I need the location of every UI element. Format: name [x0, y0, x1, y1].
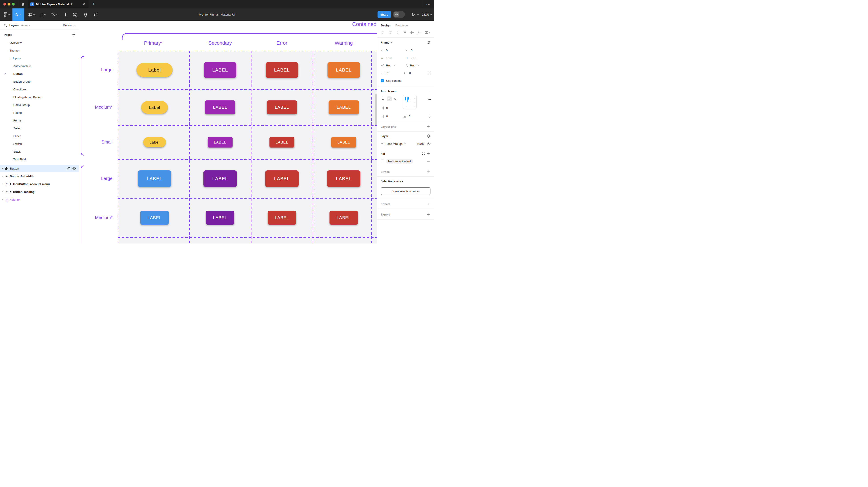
- width-field[interactable]: 4541: [386, 56, 393, 60]
- move-tool-button[interactable]: [12, 8, 24, 21]
- layer-row-button-loading[interactable]: # Button: loading: [0, 188, 79, 196]
- rotation-field[interactable]: 0°: [386, 71, 389, 75]
- page-item-floating-action-button[interactable]: Floating Action Button: [0, 93, 79, 101]
- shape-tool-button[interactable]: [37, 8, 48, 21]
- traffic-minimize-button[interactable]: [7, 3, 10, 5]
- button-contained-primary-large[interactable]: Label: [136, 63, 173, 77]
- comment-tool-button[interactable]: [91, 8, 100, 21]
- file-tab[interactable]: MUI for Figma - Material UI ✕: [28, 0, 89, 8]
- button-contained-secondary-medium[interactable]: LABEL: [205, 100, 235, 114]
- opacity-field[interactable]: 100%: [417, 142, 424, 145]
- add-effect-button[interactable]: [426, 201, 431, 206]
- page-item-button-group[interactable]: Button Group: [0, 78, 79, 86]
- layer-visibility-icon[interactable]: [427, 142, 431, 145]
- button-contained-warning-small[interactable]: LABEL: [331, 137, 356, 148]
- fill-color-swatch[interactable]: [381, 160, 384, 163]
- new-tab-button[interactable]: +: [91, 2, 96, 7]
- page-item-checkbox[interactable]: Checkbox: [0, 86, 79, 93]
- search-icon[interactable]: [4, 24, 7, 27]
- button-contained-secondary-small[interactable]: LABEL: [208, 137, 232, 148]
- align-top-icon[interactable]: [403, 31, 406, 34]
- dev-mode-toggle[interactable]: </>: [393, 11, 405, 18]
- button-contained-warning-medium[interactable]: LABEL: [329, 100, 359, 114]
- individual-padding-button[interactable]: [427, 114, 432, 119]
- page-item-autocomplete[interactable]: Autocomplete: [0, 62, 79, 70]
- page-item-text-field[interactable]: Text Field: [0, 156, 79, 163]
- button-bottom-secondary-medium[interactable]: LABEL: [206, 211, 234, 225]
- canvas-scrollbar[interactable]: [375, 94, 377, 125]
- add-layout-grid-button[interactable]: [426, 124, 431, 129]
- vertical-padding-field[interactable]: 0: [403, 115, 410, 118]
- hand-tool-button[interactable]: [81, 8, 90, 21]
- show-selection-colors-button[interactable]: Show selection colors: [381, 187, 430, 195]
- tab-layers[interactable]: Layers: [9, 24, 19, 27]
- pen-tool-button[interactable]: [49, 8, 60, 21]
- page-item-forms[interactable]: Forms: [0, 117, 79, 124]
- traffic-close-button[interactable]: [3, 3, 6, 5]
- tab-close-icon[interactable]: ✕: [82, 2, 86, 6]
- blend-mode-icon[interactable]: [427, 134, 431, 138]
- layout-horizontal-button[interactable]: [387, 96, 392, 101]
- button-bottom-secondary-large[interactable]: LABEL: [204, 170, 237, 187]
- button-contained-error-small[interactable]: LABEL: [270, 137, 294, 148]
- zoom-menu[interactable]: 181%: [422, 8, 432, 21]
- page-item-rating[interactable]: Rating: [0, 109, 79, 117]
- remove-fill-button[interactable]: [426, 159, 431, 164]
- page-item-select[interactable]: Select: [0, 124, 79, 132]
- page-item-switch[interactable]: Switch: [0, 140, 79, 148]
- add-page-icon[interactable]: [72, 33, 75, 36]
- add-stroke-button[interactable]: [426, 169, 431, 174]
- button-contained-secondary-large[interactable]: LABEL: [204, 62, 236, 78]
- button-contained-error-large[interactable]: LABEL: [266, 62, 298, 78]
- fill-styles-icon[interactable]: [421, 151, 426, 156]
- frame-tool-button[interactable]: [26, 8, 37, 21]
- page-item-stack[interactable]: Stack: [0, 148, 79, 156]
- layer-row-iconbutton-account-menu[interactable]: # IconButton: account menu: [0, 180, 79, 188]
- button-contained-warning-large[interactable]: LABEL: [328, 62, 360, 78]
- layer-row-button-full-width[interactable]: # Button: full width: [0, 172, 79, 180]
- traffic-zoom-button[interactable]: [12, 3, 15, 5]
- remove-auto-layout-button[interactable]: [426, 89, 431, 94]
- button-bottom-warning-large[interactable]: LABEL: [327, 170, 361, 187]
- y-field[interactable]: 0: [411, 48, 412, 52]
- layout-wrap-button[interactable]: [393, 96, 398, 101]
- align-right-icon[interactable]: [396, 31, 399, 34]
- page-selector[interactable]: Button: [63, 24, 71, 27]
- page-item-inputs[interactable]: ↓Inputs: [0, 55, 79, 62]
- align-left-icon[interactable]: [381, 31, 384, 34]
- unlock-icon[interactable]: [67, 167, 70, 170]
- visibility-icon[interactable]: [72, 167, 76, 170]
- distribute-menu-button[interactable]: [425, 31, 430, 34]
- page-item-radio-group[interactable]: Radio Group: [0, 101, 79, 109]
- frame-section-title[interactable]: Frame: [381, 41, 389, 44]
- expand-chevron-icon[interactable]: [2, 175, 3, 177]
- add-export-button[interactable]: [426, 212, 431, 217]
- corner-radius-field[interactable]: 0: [409, 71, 411, 75]
- layout-vertical-button[interactable]: [381, 96, 385, 101]
- expand-chevron-icon[interactable]: [2, 183, 3, 185]
- layer-row-button[interactable]: Button: [0, 165, 79, 172]
- button-bottom-warning-medium[interactable]: LABEL: [330, 211, 358, 225]
- layer-row-menu-component[interactable]: <Menu>: [0, 196, 79, 203]
- frame-title[interactable]: Contained: [352, 21, 377, 27]
- height-field[interactable]: 2672: [411, 56, 417, 60]
- present-button[interactable]: [412, 8, 419, 21]
- home-button[interactable]: [18, 0, 28, 8]
- button-contained-primary-small[interactable]: Label: [143, 137, 166, 147]
- vertical-resizing-select[interactable]: Hug: [406, 64, 430, 67]
- add-fill-button[interactable]: [426, 151, 431, 156]
- button-bottom-error-large[interactable]: LABEL: [265, 170, 299, 187]
- align-h-center-icon[interactable]: [389, 31, 392, 34]
- blend-mode-select[interactable]: Pass through: [385, 142, 406, 145]
- expand-chevron-icon[interactable]: [2, 167, 3, 169]
- main-menu-button[interactable]: [2, 8, 11, 21]
- tab-assets[interactable]: Assets: [21, 24, 30, 27]
- button-bottom-primary-large[interactable]: LABEL: [138, 170, 171, 187]
- page-item-theme[interactable]: Theme: [0, 47, 79, 55]
- expand-chevron-icon[interactable]: [2, 191, 3, 193]
- x-field[interactable]: 0: [386, 48, 388, 52]
- horizontal-resizing-select[interactable]: Hug: [381, 64, 406, 67]
- text-tool-button[interactable]: [61, 8, 70, 21]
- tab-prototype[interactable]: Prototype: [395, 24, 408, 27]
- button-bottom-primary-medium[interactable]: LABEL: [140, 211, 169, 225]
